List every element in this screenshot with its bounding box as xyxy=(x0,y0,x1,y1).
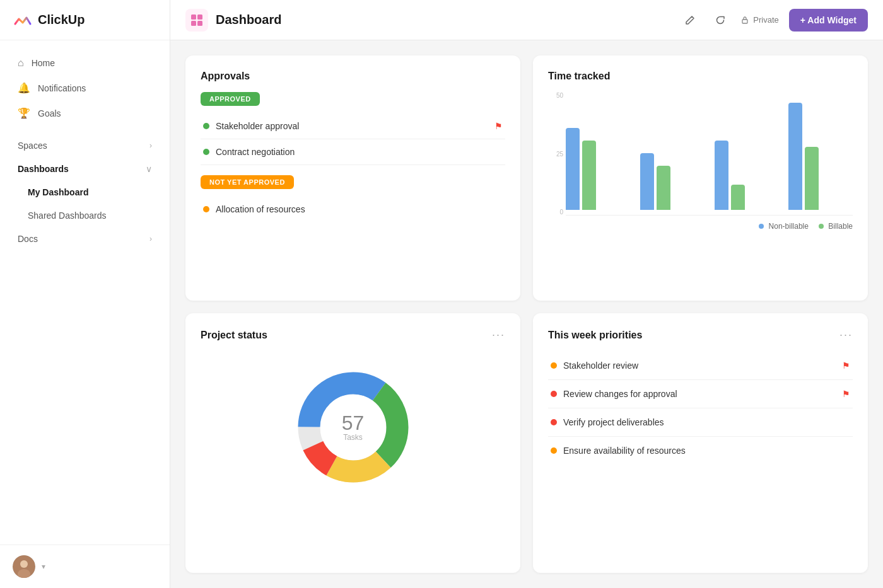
priority-label-0: Stakeholder review xyxy=(563,360,638,371)
approvals-card-title: Approvals xyxy=(201,71,505,82)
approval-item-allocation[interactable]: Allocation of resources xyxy=(201,197,505,222)
bar-group-4 xyxy=(788,103,853,210)
svg-rect-7 xyxy=(742,20,747,23)
priorities-more-btn[interactable]: ··· xyxy=(839,328,853,342)
approval-contract-label: Contract negotiation xyxy=(216,147,295,157)
edit-icon-btn[interactable] xyxy=(680,10,700,30)
sidebar-item-dashboards[interactable]: Dashboards ∨ xyxy=(5,158,165,180)
donut-chart: 57 Tasks xyxy=(290,364,416,490)
page-title: Dashboard xyxy=(216,13,281,27)
sidebar-bottom: ▾ xyxy=(0,545,170,588)
priority-item-2[interactable]: Verify project deliverables xyxy=(548,408,853,437)
bar-green-4 xyxy=(805,147,819,210)
bell-icon: 🔔 xyxy=(18,82,30,94)
svg-point-1 xyxy=(20,560,28,568)
dot-green-2-icon xyxy=(203,149,209,155)
flag-red-icon: ⚑ xyxy=(494,121,503,131)
priority-item-3[interactable]: Ensure availability of resources xyxy=(548,437,853,464)
bar-blue-1 xyxy=(566,128,580,210)
priorities-card-header: This week priorities ··· xyxy=(548,328,853,342)
bar-blue-3 xyxy=(715,141,728,210)
grid-icon xyxy=(190,13,204,27)
svg-rect-3 xyxy=(191,14,196,20)
project-status-header: Project status ··· xyxy=(201,328,505,342)
chevron-right-icon: › xyxy=(149,141,152,150)
app-name: ClickUp xyxy=(38,13,85,27)
tasks-label: Tasks xyxy=(342,433,365,442)
priority-dot-3 xyxy=(551,447,557,454)
svg-rect-4 xyxy=(197,14,202,20)
clickup-logo-icon xyxy=(13,10,33,30)
legend-green-dot xyxy=(819,224,824,229)
donut-center-text: 57 Tasks xyxy=(342,413,365,442)
legend-billable-label: Billable xyxy=(828,222,853,231)
main-area: Dashboard Private + Add Widget xyxy=(170,0,883,588)
dashboard-grid: Approvals APPROVED Stakeholder approval … xyxy=(170,40,883,588)
legend-non-billable-label: Non-billable xyxy=(769,222,809,231)
chart-legend: Non-billable Billable xyxy=(566,222,853,231)
sidebar-item-my-dashboard[interactable]: My Dashboard xyxy=(5,181,165,204)
svg-rect-5 xyxy=(191,21,196,26)
lock-icon xyxy=(740,16,749,25)
page-header: Dashboard Private + Add Widget xyxy=(170,0,883,40)
sidebar-item-my-dashboard-label: My Dashboard xyxy=(28,187,88,197)
bar-chart-area xyxy=(566,92,853,216)
legend-non-billable: Non-billable xyxy=(759,222,809,231)
approval-stakeholder-label: Stakeholder approval xyxy=(216,121,299,131)
approved-badge: APPROVED xyxy=(201,92,260,106)
priority-item-1[interactable]: Review changes for approval ⚑ xyxy=(548,380,853,408)
header-actions: Private + Add Widget xyxy=(680,9,868,32)
priority-label-2: Verify project deliverables xyxy=(563,417,664,427)
sidebar-item-docs-label: Docs xyxy=(18,234,38,244)
priorities-card: This week priorities ··· Stakeholder rev… xyxy=(533,313,868,573)
bar-green-1 xyxy=(582,141,596,210)
sidebar-item-home[interactable]: ⌂ Home xyxy=(5,51,165,75)
bar-green-2 xyxy=(657,166,670,210)
project-status-title: Project status xyxy=(201,330,267,341)
priority-flag-0: ⚑ xyxy=(842,360,850,371)
bar-group-3 xyxy=(715,141,779,210)
sidebar-item-dashboards-label: Dashboards xyxy=(18,164,69,174)
priority-dot-1 xyxy=(551,391,557,397)
pencil-icon xyxy=(685,15,695,25)
priority-label-3: Ensure availability of resources xyxy=(563,446,686,456)
sidebar-item-docs[interactable]: Docs › xyxy=(5,228,165,250)
bar-blue-4 xyxy=(788,103,802,210)
sidebar-item-spaces[interactable]: Spaces › xyxy=(5,134,165,157)
logo-area[interactable]: ClickUp xyxy=(0,0,170,40)
time-tracked-title: Time tracked xyxy=(548,71,853,82)
add-widget-button[interactable]: + Add Widget xyxy=(789,9,868,32)
sidebar-item-notifications[interactable]: 🔔 Notifications xyxy=(5,76,165,100)
not-approved-badge: NOT YET APPROVED xyxy=(201,175,294,189)
private-badge: Private xyxy=(740,15,778,25)
home-icon: ⌂ xyxy=(18,57,24,69)
bar-group-2 xyxy=(640,153,705,210)
bar-blue-2 xyxy=(640,153,654,210)
approval-allocation-label: Allocation of resources xyxy=(216,204,305,214)
priority-dot-2 xyxy=(551,419,557,425)
sidebar-item-notifications-label: Notifications xyxy=(38,83,86,93)
legend-blue-dot xyxy=(759,224,764,229)
chevron-user-icon: ▾ xyxy=(42,562,45,571)
priority-item-0[interactable]: Stakeholder review ⚑ xyxy=(548,352,853,380)
refresh-icon-btn[interactable] xyxy=(710,10,730,30)
approval-item-contract[interactable]: Contract negotiation xyxy=(201,139,505,165)
sidebar-item-home-label: Home xyxy=(32,58,55,68)
sidebar-item-shared-dashboards[interactable]: Shared Dashboards xyxy=(5,204,165,227)
time-tracked-chart: 50 25 0 xyxy=(548,92,853,231)
trophy-icon: 🏆 xyxy=(18,107,30,119)
bar-group-1 xyxy=(566,128,630,210)
y-label-0: 0 xyxy=(548,209,563,216)
chevron-right-docs-icon: › xyxy=(149,234,152,243)
y-label-25: 25 xyxy=(548,151,563,158)
approval-item-stakeholder[interactable]: Stakeholder approval ⚑ xyxy=(201,113,505,139)
sidebar-navigation: ⌂ Home 🔔 Notifications 🏆 Goals Spaces › … xyxy=(0,40,170,545)
project-status-more-btn[interactable]: ··· xyxy=(492,328,505,342)
sidebar-item-goals[interactable]: 🏆 Goals xyxy=(5,101,165,125)
dashboard-header-icon xyxy=(185,9,208,32)
priority-label-1: Review changes for approval xyxy=(563,389,677,399)
approvals-card: Approvals APPROVED Stakeholder approval … xyxy=(185,55,520,301)
y-label-50: 50 xyxy=(548,92,563,99)
priority-dot-0 xyxy=(551,362,557,369)
avatar[interactable] xyxy=(13,555,35,578)
